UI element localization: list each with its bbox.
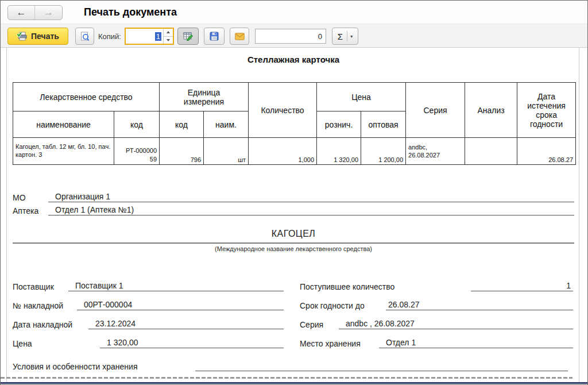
col-header-drug: Лекарственное средство [13, 83, 160, 111]
preview-button[interactable] [75, 28, 94, 45]
print-button-label: Печать [31, 32, 59, 41]
storage-place-row: Место хранения Отдел 1 [300, 334, 573, 348]
shelf-card-table: Лекарственное средство Единица измерения… [13, 82, 576, 165]
copies-input[interactable]: 1 [126, 29, 163, 44]
supplier-label: Поставщик [13, 282, 68, 291]
org-value: Организация 1 [48, 192, 574, 202]
copies-spinner[interactable]: 1 [125, 28, 174, 45]
expiry-date-row: Срок годности до 26.08.27 [300, 297, 573, 310]
back-button[interactable]: ← [8, 6, 35, 20]
details-left-column: Поставщик Поставщик 1 № накладной 00РТ-0… [13, 278, 284, 353]
page-title: Печать документа [84, 6, 177, 18]
subheader-code: код [114, 111, 160, 138]
price-row: Цена 1 320,00 [13, 334, 284, 348]
cell-drug-code: РТ-00000059 [114, 138, 160, 165]
counter-field[interactable]: 0 [255, 29, 326, 44]
received-qty-row: Поступившее количество 1 [300, 278, 573, 291]
received-qty-label: Поступившее количество [300, 282, 394, 291]
cell-unit-code: 796 [160, 138, 204, 165]
mail-button[interactable] [230, 28, 249, 45]
copies-value: 1 [155, 32, 161, 41]
invoice-number-label: № накладной [13, 301, 77, 310]
page-break-line [1, 377, 572, 379]
document-title: Стеллажная карточка [13, 55, 574, 65]
cell-unit-name: шт [204, 138, 249, 165]
pharmacy-row: Аптека Отдел 1 (Аптека №1) [13, 202, 574, 215]
printed-form: Стеллажная карточка Лекарственное средст… [6, 48, 579, 383]
col-header-series: Серия [406, 83, 465, 138]
invoice-number-row: № накладной 00РТ-000004 [13, 297, 284, 310]
received-qty-value: 1 [471, 281, 573, 291]
col-header-analysis: Анализ [465, 83, 517, 138]
subheader-unit-code: код [160, 111, 204, 138]
invoice-date-row: Дата накладной 23.12.2024 [13, 315, 284, 329]
spinner-controls [163, 29, 173, 44]
col-header-expiry: Дата истечения срока годности [517, 83, 576, 138]
org-row: МО Организация 1 [13, 189, 574, 202]
col-header-qty: Количество [249, 83, 317, 138]
drug-name-section: КАГОЦЕЛ (Международное название лекарств… [13, 228, 574, 253]
forward-button[interactable]: → [35, 6, 62, 20]
print-document-window: ← → Печать документа Печать [0, 0, 588, 385]
subheader-name: наименование [13, 111, 114, 138]
subheader-retail: рознич. [317, 111, 361, 138]
mail-icon [235, 33, 245, 40]
forward-arrow-icon: → [44, 7, 53, 18]
back-arrow-icon: ← [17, 7, 26, 18]
storage-place-label: Место хранения [300, 339, 379, 348]
print-button[interactable]: Печать [7, 28, 68, 45]
down-arrow-icon [167, 39, 170, 41]
expiry-date-label: Срок годности до [300, 301, 386, 310]
org-section: МО Организация 1 Аптека Отдел 1 (Аптека … [13, 189, 574, 215]
edit-table-button[interactable] [177, 28, 199, 45]
col-header-unit: Единица измерения [160, 83, 249, 111]
edit-table-icon [183, 32, 194, 41]
details-form: Поставщик Поставщик 1 № накладной 00РТ-0… [13, 278, 574, 353]
save-button[interactable] [204, 28, 225, 45]
divider [13, 242, 574, 244]
org-label: МО [13, 193, 48, 202]
pharmacy-label: Аптека [13, 206, 48, 215]
subheader-wholesale: оптовая [361, 111, 406, 138]
button-divider [347, 31, 347, 41]
spin-up-button[interactable] [164, 29, 173, 37]
price-label: Цена [13, 339, 100, 348]
expiry-date-value: 26.08.27 [386, 300, 573, 310]
series-label: Серия [300, 320, 339, 329]
cell-retail-price: 1 320,00 [317, 138, 361, 165]
supplier-row: Поставщик Поставщик 1 [13, 278, 284, 291]
titlebar: ← → Печать документа [1, 1, 587, 24]
toolbar: Печать Копий: 1 [1, 24, 587, 48]
storage-place-value: Отдел 1 [379, 338, 573, 348]
sigma-icon: Σ [338, 32, 343, 41]
spin-down-button[interactable] [164, 37, 173, 44]
cell-drug-name: Кагоцел, табл. 12 мг, бл. 10, пач. карто… [13, 138, 114, 165]
series-row: Серия andbc , 26.08.2027 [300, 315, 573, 329]
nav-buttons: ← → [7, 5, 63, 20]
cell-analysis [465, 138, 517, 165]
col-header-price: Цена [317, 83, 406, 111]
storage-conditions-row: Условия и особенности хранения [13, 357, 568, 371]
window-bottom-edge [1, 382, 587, 384]
drug-international-name: КАГОЦЕЛ [13, 228, 574, 240]
counter-value: 0 [318, 32, 322, 41]
save-icon [210, 32, 219, 41]
table-row: Кагоцел, табл. 12 мг, бл. 10, пач. карто… [13, 138, 576, 165]
invoice-date-label: Дата накладной [13, 320, 88, 329]
invoice-date-value: 23.12.2024 [88, 319, 284, 329]
cell-expiry: 26.08.27 [517, 138, 576, 165]
up-arrow-icon [167, 31, 170, 33]
drug-name-caption: (Международное название лекарственного с… [13, 245, 574, 253]
cell-wholesale-price: 1 200,00 [361, 138, 406, 165]
pharmacy-value: Отдел 1 (Аптека №1) [48, 205, 574, 215]
price-value: 1 320,00 [100, 338, 284, 348]
storage-conditions-label: Условия и особенности хранения [13, 362, 195, 371]
storage-conditions-value [195, 370, 568, 371]
printer-icon [17, 32, 28, 41]
subheader-unit-name: наим. [204, 111, 249, 138]
copies-label: Копий: [98, 32, 121, 41]
details-right-column: Поступившее количество 1 Срок годности д… [300, 278, 573, 353]
supplier-value: Поставщик 1 [68, 281, 284, 291]
preview-icon [80, 32, 90, 41]
sum-button[interactable]: Σ ▾ [332, 28, 358, 45]
